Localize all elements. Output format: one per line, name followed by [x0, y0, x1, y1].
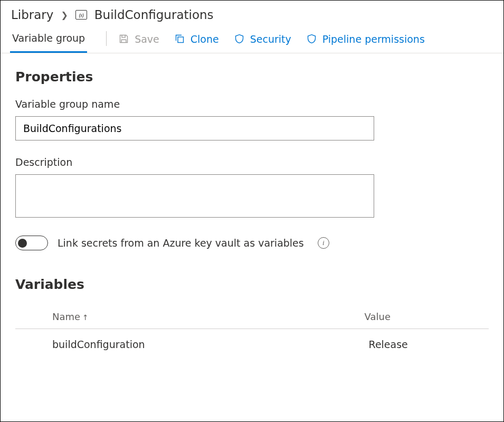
- pipeline-permissions-button[interactable]: Pipeline permissions: [301, 30, 434, 50]
- page-title: BuildConfigurations: [94, 8, 214, 22]
- toggle-knob: [18, 239, 27, 248]
- variables-table: Name↑ Value buildConfiguration Release: [15, 306, 489, 360]
- clone-button[interactable]: Clone: [169, 30, 229, 50]
- clone-icon: [174, 33, 185, 44]
- variables-heading: Variables: [15, 277, 489, 292]
- properties-heading: Properties: [15, 69, 489, 85]
- breadcrumb: Library ❯ (x) BuildConfigurations: [1, 1, 503, 26]
- info-icon[interactable]: i: [318, 237, 329, 249]
- name-label: Variable group name: [15, 98, 489, 110]
- tab-variable-group[interactable]: Variable group: [10, 27, 87, 53]
- variable-group-icon: (x): [75, 10, 87, 20]
- var-name: buildConfiguration: [15, 329, 365, 360]
- chevron-right-icon: ❯: [61, 10, 68, 20]
- variable-group-name-input[interactable]: [15, 116, 374, 140]
- col-name[interactable]: Name↑: [15, 306, 365, 329]
- sort-asc-icon: ↑: [82, 313, 89, 322]
- shield-icon: [234, 33, 245, 44]
- svg-rect-0: [178, 37, 184, 43]
- breadcrumb-library[interactable]: Library: [11, 8, 53, 22]
- save-icon: [118, 33, 129, 44]
- save-button: Save: [113, 30, 169, 50]
- description-input[interactable]: [15, 174, 374, 218]
- var-value: Release: [365, 329, 489, 360]
- divider: [106, 31, 107, 46]
- table-row[interactable]: buildConfiguration Release: [15, 329, 489, 360]
- security-button[interactable]: Security: [229, 30, 301, 50]
- link-keyvault-label: Link secrets from an Azure key vault as …: [58, 237, 304, 249]
- link-keyvault-toggle[interactable]: [15, 236, 48, 250]
- shield-icon: [306, 33, 317, 44]
- col-value[interactable]: Value: [365, 306, 489, 329]
- toolbar: Variable group Save Clone Security Pipel…: [1, 26, 503, 53]
- description-label: Description: [15, 156, 489, 168]
